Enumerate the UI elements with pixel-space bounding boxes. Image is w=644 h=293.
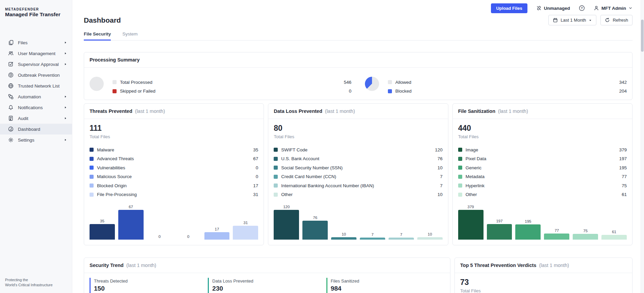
legend-row: Metadata77 (458, 172, 627, 181)
top-verdicts-title: Top 5 Threat Prevention Verdicts (460, 263, 536, 268)
threats-legend: Malware35Advanced Threats67Vulnerabiliti… (90, 145, 258, 199)
upload-files-button[interactable]: Upload Files (491, 3, 527, 13)
legend-row: Blocked204 (388, 87, 627, 96)
sidebar-item-audit[interactable]: Audit (0, 113, 72, 124)
legend-label: Credit Card Number (CCN) (281, 174, 336, 179)
bar-value-label: 197 (496, 219, 502, 223)
legend-label: Allowed (395, 80, 411, 85)
legend-swatch (90, 148, 94, 152)
users-icon (8, 51, 14, 56)
bar-column: 10 (331, 232, 356, 240)
unmanaged-link[interactable]: Unmanaged (536, 5, 570, 11)
file-sanitization-bar-chart: 379197195777561 (458, 204, 627, 240)
bar-column: 76 (302, 216, 328, 240)
verdict-summary: Allowed342Blocked204 (365, 72, 627, 96)
sidebar-item-trusted-network-list[interactable]: Trusted Network List (0, 80, 72, 91)
legend-label: Other (281, 192, 293, 197)
sidebar-item-automation[interactable]: Automation (0, 91, 72, 102)
legend-swatch (274, 193, 278, 197)
bar (90, 224, 115, 240)
chevron-right-icon (64, 117, 67, 120)
scrollbar-thumb[interactable] (641, 20, 644, 52)
approval-icon (8, 62, 14, 67)
user-label: MFT Admin (601, 6, 626, 11)
security-trend-period: (last 1 month) (126, 263, 156, 268)
legend-label: Skipped or Failed (120, 89, 155, 94)
legend-row: U.S. Bank Account76 (274, 154, 442, 164)
sidebar-item-user-management[interactable]: User Management (0, 48, 72, 59)
legend-row: Skipped or Failed0 (113, 87, 351, 96)
chevron-right-icon (64, 106, 67, 109)
legend-value: 379 (619, 147, 627, 152)
top-actions-row: Upload Files Unmanaged ? MFT Admin (84, 0, 633, 14)
link-slash-icon (536, 5, 542, 11)
sidebar-item-files[interactable]: Files (0, 37, 72, 48)
legend-swatch (113, 80, 117, 84)
legend-label: U.S. Bank Account (281, 156, 319, 161)
vertical-scrollbar[interactable] (641, 0, 644, 293)
calendar-icon (553, 18, 558, 23)
legend-row: Pixel Data197 (458, 154, 627, 164)
chevron-right-icon (64, 41, 67, 44)
bar-value-label: 35 (100, 219, 104, 223)
refresh-button[interactable]: Refresh (600, 15, 633, 25)
help-icon[interactable]: ? (579, 5, 585, 11)
main-content: Upload Files Unmanaged ? MFT Admin (72, 0, 644, 293)
automation-icon (8, 94, 14, 99)
data-loss-total: 80 (274, 124, 442, 133)
sidebar-item-label: Supervisor Approval (18, 62, 59, 67)
sidebar-item-supervisor-approval[interactable]: Supervisor Approval (0, 59, 72, 70)
chevron-down-icon (628, 6, 633, 10)
bar (515, 224, 541, 240)
top-verdicts-card: Top 5 Threat Prevention Verdicts (last 1… (454, 258, 633, 293)
bar-value-label: 7 (371, 233, 373, 237)
bar-value-label: 195 (525, 219, 531, 223)
bar-column: 195 (515, 219, 541, 240)
chevron-right-icon (64, 138, 67, 142)
legend-value: 75 (622, 183, 627, 188)
sidebar-item-label: Audit (18, 116, 28, 121)
sidebar-item-outbreak-prevention[interactable]: Outbreak Prevention (0, 70, 72, 80)
bar-value-label: 10 (428, 232, 432, 236)
sidebar-item-settings[interactable]: Settings (0, 135, 72, 145)
legend-swatch (458, 193, 462, 197)
legend-row: Credit Card Number (CCN)7 (274, 172, 442, 181)
sidebar-nav: FilesUser ManagementSupervisor ApprovalO… (0, 37, 72, 145)
tab-file-security[interactable]: File Security (84, 31, 111, 41)
tab-system[interactable]: System (122, 31, 138, 40)
sidebar-item-notifications[interactable]: Notifications (0, 102, 72, 113)
sidebar-item-label: Trusted Network List (18, 83, 59, 89)
sidebar: METADEFENDER Managed File Transfer Files… (0, 0, 72, 293)
security-trend-header: Security Trend (last 1 month) (84, 258, 450, 273)
bar-value-label: 76 (313, 216, 317, 220)
date-range-select[interactable]: Last 1 Month (548, 15, 596, 25)
legend-swatch (90, 175, 94, 179)
bar-value-label: 120 (283, 205, 290, 209)
legend-label: Total Processed (120, 80, 152, 85)
user-menu[interactable]: MFT Admin (594, 5, 633, 11)
unmanaged-label: Unmanaged (544, 6, 570, 11)
file-sanitization-header: File Sanitization (last 1 month) (453, 104, 632, 119)
legend-value: 61 (622, 192, 627, 197)
legend-label: Social Security Number (SSN) (281, 165, 343, 170)
legend-row: File Pre-Processing31 (90, 190, 258, 199)
verdict-pie-chart (365, 77, 379, 91)
bar (331, 237, 356, 240)
legend-swatch (458, 148, 462, 152)
legend-value: 120 (435, 147, 443, 152)
legend-row: Other61 (458, 190, 627, 199)
sidebar-item-dashboard[interactable]: Dashboard (0, 124, 72, 135)
threats-prevented-card: Threats Prevented (last 1 month) 111 Tot… (84, 103, 264, 245)
bar-column: 31 (233, 221, 258, 240)
legend-swatch (458, 175, 462, 179)
security-trend-title: Security Trend (90, 263, 124, 268)
bar (417, 237, 443, 240)
file-sanitization-card: File Sanitization (last 1 month) 440 Tot… (452, 103, 633, 245)
threats-total: 111 (90, 124, 258, 133)
legend-value: 35 (253, 147, 258, 152)
legend-value: 0 (256, 165, 258, 170)
svg-text:?: ? (581, 6, 583, 10)
trend-metric-data-loss-prevented: Data Loss Prevented230 (208, 278, 326, 293)
security-trend-card: Security Trend (last 1 month) Threats De… (84, 258, 450, 293)
page-title: Dashboard (84, 16, 121, 24)
